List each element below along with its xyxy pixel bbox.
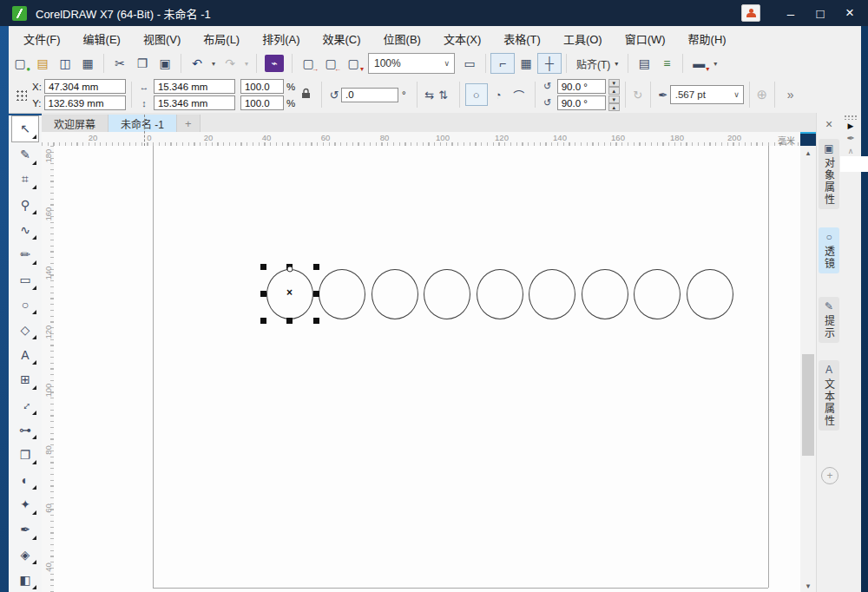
freehand-tool[interactable]: ∿ — [12, 217, 38, 242]
menu-工具O[interactable]: 工具(O) — [552, 26, 614, 50]
new-document-icon[interactable]: ▢● — [9, 54, 31, 73]
object-height-field[interactable]: 15.346 mm — [154, 95, 235, 110]
ellipse-object-3[interactable] — [372, 269, 418, 319]
tab-lens[interactable]: ○透镜 — [819, 227, 839, 273]
menu-排列A[interactable]: 排列(A) — [251, 26, 311, 50]
end-angle-field[interactable]: 90.0 ° — [557, 95, 606, 110]
user-account-icon[interactable] — [741, 4, 760, 22]
menu-表格T[interactable]: 表格(T) — [492, 26, 552, 50]
ellipse-mode-button[interactable]: ○ — [465, 83, 488, 106]
drop-shadow-tool[interactable]: ❐ — [12, 442, 38, 467]
parallel-dimension-tool[interactable]: ↔ — [12, 392, 38, 418]
selection-handle[interactable] — [260, 264, 266, 270]
docker-close-icon[interactable]: × — [820, 116, 838, 132]
menu-编辑E[interactable]: 编辑(E) — [72, 26, 132, 50]
start-angle-field[interactable]: 90.0 ° — [557, 79, 606, 94]
x-position-field[interactable]: 47.304 mm — [44, 79, 126, 94]
menu-布局L[interactable]: 布局(L) — [192, 26, 251, 50]
canvas-vertical-scrollbar[interactable]: ▴ ▾ — [800, 146, 816, 592]
fill-tool[interactable]: ◈ — [12, 543, 38, 568]
selection-handle[interactable] — [260, 291, 266, 297]
palette-scroll-up-icon[interactable]: ∧ — [840, 145, 861, 156]
artistic-media-tool[interactable]: ✏ — [12, 242, 38, 267]
maximize-button[interactable]: □ — [806, 0, 835, 26]
mirror-vertical-icon[interactable]: ⇅ — [437, 89, 450, 102]
text-tool[interactable]: A — [12, 342, 38, 367]
welcome-dropdown-icon[interactable]: ▾ — [710, 54, 720, 73]
pie-mode-button[interactable]: ◔ — [488, 84, 509, 105]
menu-效果C[interactable]: 效果(C) — [312, 26, 372, 50]
object-width-field[interactable]: 15.346 mm — [154, 79, 235, 94]
end-angle-spinner[interactable]: ▾▴ — [608, 95, 620, 111]
document-tab-欢迎屏幕[interactable]: 欢迎屏幕 — [42, 115, 108, 132]
document-options-icon[interactable]: ▤ — [633, 54, 655, 73]
cut-icon[interactable]: ✂ — [108, 54, 131, 73]
save-icon[interactable]: ◫ — [54, 54, 76, 73]
scroll-up-arrow[interactable]: ▴ — [800, 146, 816, 159]
drawing-canvas[interactable]: × — [54, 146, 800, 592]
show-rulers-icon[interactable]: ⌐ — [490, 53, 515, 74]
ellipse-object-4[interactable] — [424, 269, 470, 319]
redo-icon[interactable]: ↷ — [219, 54, 241, 73]
connector-tool[interactable]: ⊶ — [12, 418, 38, 443]
show-guidelines-icon[interactable]: ┼ — [537, 53, 562, 74]
more-options-button[interactable]: » — [787, 88, 794, 102]
tab-hints[interactable]: ✎提示 — [819, 297, 839, 343]
color-eyedropper-tool[interactable]: ✦ — [12, 492, 38, 517]
scroll-down-arrow[interactable]: ▾ — [800, 579, 816, 592]
table-tool[interactable]: ⊞ — [12, 367, 38, 392]
ellipse-tool[interactable]: ○ — [12, 293, 38, 318]
selection-handle[interactable] — [260, 318, 266, 324]
menu-窗口W[interactable]: 窗口(W) — [614, 26, 677, 50]
export-icon[interactable]: ▢← — [319, 54, 342, 73]
outline-width-select[interactable]: .567 pt ∨ — [670, 85, 744, 104]
menu-视图V[interactable]: 视图(V) — [132, 26, 192, 50]
ellipse-object-5[interactable] — [477, 269, 523, 319]
shape-tool[interactable]: ✎ — [12, 142, 38, 168]
menu-位图B[interactable]: 位图(B) — [372, 26, 432, 50]
tab-object-properties[interactable]: ▣对象属性 — [819, 139, 839, 209]
interactive-fill-tool[interactable]: ◧ — [12, 567, 38, 592]
welcome-screen-icon[interactable]: ▬▾ — [687, 54, 710, 73]
snap-to-button[interactable]: 贴齐(T)▾ — [571, 54, 623, 73]
minimize-button[interactable]: – — [776, 0, 806, 26]
vertical-ruler[interactable]: 180160140120100806040 — [42, 146, 55, 592]
tab-text-properties[interactable]: A文本属性 — [819, 360, 839, 431]
paste-icon[interactable]: ▣ — [154, 54, 176, 73]
print-icon[interactable]: ▦ — [76, 54, 99, 73]
palette-flyout-icon[interactable]: ▶ — [840, 120, 861, 131]
y-position-field[interactable]: 132.639 mm — [44, 95, 126, 110]
ellipse-object-6[interactable] — [529, 269, 575, 319]
undo-dropdown-icon[interactable]: ▾ — [208, 54, 219, 73]
lock-ratio-icon[interactable] — [299, 88, 312, 102]
close-button[interactable]: × — [835, 0, 865, 26]
palette-eyedropper-icon[interactable]: ✒ — [840, 131, 861, 145]
publish-pdf-icon[interactable]: ▢▾ — [342, 54, 365, 73]
zoom-tool[interactable]: ⚲ — [12, 192, 38, 217]
selection-handle[interactable] — [313, 264, 319, 270]
scale-h-field[interactable]: 100.0 — [240, 79, 284, 94]
polygon-tool[interactable]: ◇ — [12, 317, 38, 342]
horizontal-ruler[interactable]: 毫米 20020406080100120140160180200 — [42, 132, 800, 147]
rotation-angle-field[interactable]: .0 — [341, 88, 398, 102]
document-tab-未命名-1[interactable]: 未命名 -1 — [108, 115, 177, 132]
arc-mode-button[interactable]: ⌒ — [509, 84, 529, 105]
start-angle-spinner[interactable]: ▾▴ — [608, 79, 620, 95]
redo-dropdown-icon[interactable]: ▾ — [241, 54, 252, 73]
zoom-level-select[interactable]: 100%∨ — [368, 53, 455, 74]
ellipse-object-9[interactable] — [687, 269, 733, 319]
outline-pen-tool[interactable]: ✒ — [12, 517, 38, 543]
crop-tool[interactable]: ⌗ — [12, 168, 38, 193]
rectangle-tool[interactable]: ▭ — [12, 267, 38, 293]
selection-handle[interactable] — [313, 318, 319, 324]
ellipse-object-7[interactable] — [582, 269, 628, 319]
selection-handle[interactable] — [313, 291, 319, 297]
show-grid-icon[interactable]: ▦ — [515, 54, 537, 73]
menu-文本X[interactable]: 文本(X) — [432, 26, 492, 50]
fullscreen-preview-icon[interactable]: ▭ — [458, 54, 481, 73]
application-launcher-icon[interactable]: ≡ — [655, 54, 678, 73]
import-icon[interactable]: ▢→ — [297, 54, 319, 73]
menu-帮助H[interactable]: 帮助(H) — [677, 26, 738, 50]
corel-connect-icon[interactable]: ⌁ — [265, 55, 284, 72]
ellipse-node[interactable] — [286, 266, 293, 273]
